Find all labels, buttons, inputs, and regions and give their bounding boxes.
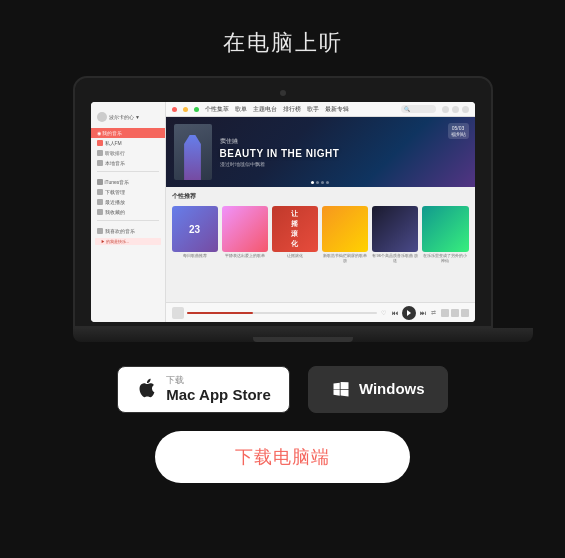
username-label: 波尔卡的心 ▼ [109, 114, 140, 120]
sidebar-label-download: 下载管理 [105, 189, 125, 195]
sidebar-user: 波尔卡的心 ▼ [91, 108, 165, 126]
rec-card-2-label: 平静表达出爱上的歌单 [225, 254, 265, 259]
sidebar-item-created: 我喜欢的音乐 [91, 226, 165, 236]
banner-dot-3 [321, 181, 324, 184]
prev-button: ⏮ [391, 309, 399, 317]
windows-btn-mainlabel: Windows [359, 380, 425, 398]
page-title: 在电脑上听 [223, 28, 343, 58]
mac-btn-mainlabel: Mac App Store [166, 386, 270, 404]
rec-card-6-label: 在乐乐里变成了另外的小神仙 [422, 254, 468, 264]
sidebar-label-collect: 我收藏的 [105, 209, 125, 215]
nav-tab-2: 歌单 [235, 106, 247, 113]
laptop-base [73, 328, 533, 342]
calendar-number: 23 [189, 224, 200, 235]
sidebar-item-recent2: 最近播放 [91, 197, 165, 207]
sidebar-divider2 [97, 220, 159, 223]
mac-btn-text: 下载 Mac App Store [166, 375, 270, 404]
banner-artist: 窦佳嬿 [220, 137, 467, 146]
rec-card-3-img: 让摇滚化 [272, 206, 318, 252]
player-controls: ♡ ⏮ ⏭ ⇄ [380, 306, 438, 320]
nav-search: 🔍 [401, 105, 436, 113]
nav-icons [442, 106, 469, 113]
banner-figure [179, 135, 207, 180]
rec-card-4-img [322, 206, 368, 252]
repeat-button: ⇄ [430, 309, 438, 317]
windows-button[interactable]: Windows [308, 366, 448, 413]
nav-icon-3 [462, 106, 469, 113]
main-area: 个性集萃 歌单 主题电台 排行榜 歌手 最新专辑 🔍 [166, 102, 475, 322]
sidebar-label-recent2: 最近播放 [105, 199, 125, 205]
sidebar-icon-recent [97, 150, 103, 156]
sidebar-item-collect: 我收藏的 [91, 207, 165, 217]
sidebar-playlist-label: ▶ 的我是快乐... [101, 239, 129, 244]
laptop-image: 波尔卡的心 ▼ ◉ 我的音乐 私人FM 听歌排行 [73, 76, 493, 346]
play-icon [407, 310, 411, 316]
nav-tab-6: 最新专辑 [325, 106, 349, 113]
recommendations-section: 个性推荐 23 每日歌曲推荐 [166, 187, 475, 302]
rec-card-3: 让摇滚化 让摇滚化 [272, 206, 318, 264]
sidebar-item-fm: 私人FM [91, 138, 165, 148]
sidebar-icon-local [97, 160, 103, 166]
banner-pagination [311, 181, 329, 184]
sidebar-label-fm: 私人FM [105, 140, 122, 146]
rec-card-5-img [372, 206, 418, 252]
nav-tab-3: 主题电台 [253, 106, 277, 113]
user-avatar [97, 112, 107, 122]
sidebar-item-recent: 听歌排行 [91, 148, 165, 158]
nav-tab-4: 排行榜 [283, 106, 301, 113]
sidebar-label-created: 我喜欢的音乐 [105, 228, 135, 234]
rec-section-title: 个性推荐 [172, 192, 469, 201]
rec-card-3-label: 让摇滚化 [287, 254, 303, 259]
rec-card-1: 23 每日歌曲推荐 [172, 206, 218, 264]
top-nav: 个性集萃 歌单 主题电台 排行榜 歌手 最新专辑 🔍 [166, 102, 475, 117]
player-right-controls [441, 309, 469, 317]
nav-dot-close [172, 107, 177, 112]
banner-dot-2 [316, 181, 319, 184]
banner-badge: 05/03 福州站 [448, 123, 469, 139]
rec-card-5: 有96个高品质音乐歌曲 放送 [372, 206, 418, 264]
download-pc-button[interactable]: 下载电脑端 [155, 431, 410, 483]
banner-badge-city: 福州站 [451, 131, 466, 137]
laptop-screen: 波尔卡的心 ▼ ◉ 我的音乐 私人FM 听歌排行 [91, 102, 475, 322]
player-bar: ♡ ⏮ ⏭ ⇄ [166, 302, 475, 322]
rec-card-2: 平静表达出爱上的歌单 [222, 206, 268, 264]
sidebar-divider [97, 171, 159, 174]
nav-tab-5: 歌手 [307, 106, 319, 113]
next-button: ⏭ [419, 309, 427, 317]
volume-icon [441, 309, 449, 317]
windows-icon [331, 379, 351, 399]
sidebar-icon-recent2 [97, 199, 103, 205]
banner-text: 窦佳嬿 BEAUTY IN THE NIGHT 漫过时地毯似中飘着 [220, 137, 467, 167]
player-progress-bar [187, 312, 377, 314]
rec-card-4: 新歌浩节灿烂刷屏的歌单放 [322, 206, 368, 264]
nav-dot-max [194, 107, 199, 112]
search-icon: 🔍 [404, 106, 410, 112]
sidebar-icon-download [97, 189, 103, 195]
rec-card-3-text: 让摇滚化 [291, 209, 298, 249]
rec-card-6: 在乐乐里变成了另外的小神仙 [422, 206, 468, 264]
mac-btn-sublabel: 下载 [166, 375, 184, 386]
sidebar-playlist: ▶ 的我是快乐... [95, 238, 161, 245]
nav-dot-min [183, 107, 188, 112]
player-thumbnail [172, 307, 184, 319]
mac-app-store-button[interactable]: 下载 Mac App Store [117, 366, 289, 413]
rec-card-1-label: 每日歌曲推荐 [183, 254, 207, 259]
screen-content: 波尔卡的心 ▼ ◉ 我的音乐 私人FM 听歌排行 [91, 102, 475, 322]
queue-icon [451, 309, 459, 317]
apple-icon [136, 377, 158, 402]
store-buttons-area: 下载 Mac App Store Windows [0, 366, 565, 413]
sidebar-active-label: ◉ 我的音乐 [97, 130, 122, 136]
sidebar-label-local: 本地音乐 [105, 160, 125, 166]
sidebar-icon-fm [97, 140, 103, 146]
sidebar-icon-itunes [97, 179, 103, 185]
rec-card-4-label: 新歌浩节灿烂刷屏的歌单放 [322, 254, 368, 264]
play-button [402, 306, 416, 320]
rec-grid: 23 每日歌曲推荐 平静表达出爱上的歌单 [172, 206, 469, 264]
banner-album-art [174, 124, 212, 180]
banner-dot-4 [326, 181, 329, 184]
sidebar-label-itunes: iTunes音乐 [105, 179, 130, 185]
windows-btn-text: Windows [359, 380, 425, 398]
app-sidebar: 波尔卡的心 ▼ ◉ 我的音乐 私人FM 听歌排行 [91, 102, 166, 322]
sidebar-item-download: 下载管理 [91, 187, 165, 197]
rec-card-6-img [422, 206, 468, 252]
